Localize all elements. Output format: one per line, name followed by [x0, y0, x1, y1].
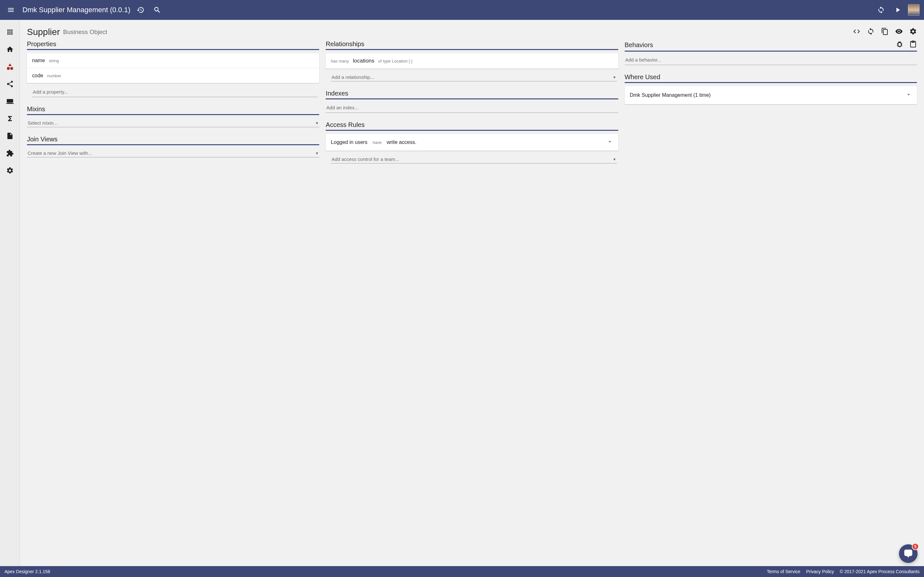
app-title: Dmk Supplier Management (0.0.1) — [23, 6, 130, 14]
bug-icon — [896, 40, 903, 48]
property-row[interactable]: code number — [27, 68, 319, 83]
footer: Apex Designer 2.1.156 Terms of Service P… — [0, 566, 924, 577]
sync-icon — [867, 27, 875, 35]
rule-subject: Logged in users — [331, 139, 367, 145]
where-used-label: Dmk Supplier Management (1 time) — [630, 92, 711, 98]
section-heading: Where Used — [625, 73, 660, 81]
section-properties: Properties name string code number — [27, 40, 319, 97]
select-placeholder: Create a new Join View with... — [27, 150, 315, 156]
select-placeholder: Add a relationship... — [331, 74, 612, 80]
relationship-prefix: has many — [331, 59, 349, 63]
sync-icon — [877, 6, 885, 14]
app-bar: Dmk Supplier Management (0.0.1) — [0, 0, 924, 20]
refresh-button[interactable] — [875, 3, 887, 16]
expand-button[interactable] — [607, 139, 613, 146]
property-name: name — [32, 58, 45, 63]
gear-icon — [6, 167, 14, 174]
create-join-view[interactable]: Create a new Join View with... ▼ — [27, 148, 319, 157]
history-button[interactable] — [134, 3, 147, 16]
property-type: number — [47, 73, 61, 78]
section-heading: Join Views — [27, 135, 57, 143]
select-placeholder: Select mixin... — [27, 120, 315, 126]
run-button[interactable] — [891, 3, 904, 16]
select-placeholder: Add access control for a team... — [331, 156, 612, 162]
footer-privacy-link[interactable]: Privacy Policy — [806, 569, 834, 574]
chat-badge: 5 — [912, 543, 919, 550]
code-view-button[interactable] — [853, 27, 861, 37]
page-settings-button[interactable] — [909, 27, 917, 37]
user-avatar[interactable] — [908, 4, 919, 16]
sidebar-shapes[interactable] — [3, 60, 16, 73]
sigma-icon — [6, 115, 14, 122]
page-title: Supplier — [27, 27, 60, 37]
sidebar-devices[interactable] — [3, 95, 16, 108]
add-index-input[interactable] — [326, 103, 618, 113]
section-heading: Properties — [27, 40, 56, 48]
access-rule-row[interactable]: Logged in users have write access. — [326, 134, 618, 151]
chevron-down-icon — [607, 139, 613, 145]
section-behaviors: Behaviors — [625, 40, 917, 65]
rule-object: write access. — [387, 139, 416, 145]
sidebar-apps[interactable] — [3, 26, 16, 39]
footer-copyright: © 2017-2021 Apex Process Consultants — [840, 569, 919, 574]
chevron-down-icon — [905, 91, 912, 98]
extension-icon — [6, 149, 14, 157]
menu-icon — [7, 6, 15, 14]
sidebar-extensions[interactable] — [3, 147, 16, 160]
sidebar-functions[interactable] — [3, 112, 16, 125]
access-rules-list: Logged in users have write access. — [326, 134, 618, 151]
rule-verb: have — [373, 140, 381, 145]
home-icon — [6, 45, 14, 53]
section-join-views: Join Views Create a new Join View with..… — [27, 135, 319, 157]
chevron-down-icon: ▼ — [613, 157, 616, 161]
section-heading: Access Rules — [326, 121, 365, 129]
search-button[interactable] — [151, 3, 164, 16]
chat-button[interactable]: 5 — [899, 544, 918, 563]
search-icon — [153, 6, 161, 14]
chevron-down-icon: ▼ — [315, 121, 318, 125]
add-relationship[interactable]: Add a relationship... ▼ — [331, 73, 617, 81]
section-heading: Relationships — [326, 40, 364, 48]
copy-button[interactable] — [881, 27, 889, 37]
page-refresh-button[interactable] — [867, 27, 875, 37]
play-icon — [894, 6, 901, 14]
laptop-icon — [6, 97, 14, 105]
chevron-down-icon: ▼ — [613, 75, 616, 79]
add-behavior-input[interactable] — [625, 55, 917, 65]
relationship-name: locations — [353, 58, 375, 64]
share-icon — [6, 80, 14, 88]
section-access-rules: Access Rules Logged in users have write … — [326, 121, 618, 163]
sidebar-home[interactable] — [3, 43, 16, 56]
chevron-down-icon: ▼ — [315, 151, 318, 155]
relationship-row[interactable]: has many locations of type Location [ ] — [326, 53, 618, 69]
menu-button[interactable] — [5, 3, 17, 16]
main-content: Supplier Business Object — [20, 20, 924, 566]
add-access-control[interactable]: Add access control for a team... ▼ — [331, 155, 617, 163]
sidebar — [0, 20, 20, 566]
property-name: code — [32, 73, 43, 79]
expand-button[interactable] — [905, 91, 912, 99]
section-where-used: Where Used Dmk Supplier Management (1 ti… — [625, 73, 917, 104]
debug-button[interactable] — [896, 40, 903, 49]
eye-icon — [895, 27, 903, 35]
sidebar-share[interactable] — [3, 77, 16, 90]
footer-app-name: Apex Designer 2.1.156 — [5, 569, 50, 574]
sidebar-files[interactable] — [3, 129, 16, 142]
visibility-button[interactable] — [895, 27, 903, 37]
section-indexes: Indexes — [326, 90, 618, 113]
footer-terms-link[interactable]: Terms of Service — [767, 569, 800, 574]
add-property-input[interactable] — [32, 87, 318, 97]
gear-icon — [909, 27, 917, 35]
property-row[interactable]: name string — [27, 53, 319, 68]
property-type: string — [49, 58, 59, 63]
section-heading: Mixins — [27, 105, 45, 113]
page-subtitle: Business Object — [63, 29, 107, 35]
apps-icon — [6, 28, 14, 36]
where-used-item[interactable]: Dmk Supplier Management (1 time) — [625, 86, 917, 104]
sidebar-settings[interactable] — [3, 164, 16, 177]
paste-button[interactable] — [909, 40, 917, 49]
chat-icon — [903, 549, 913, 558]
relationship-suffix: of type Location [ ] — [378, 59, 412, 63]
file-icon — [6, 132, 14, 140]
select-mixin[interactable]: Select mixin... ▼ — [27, 118, 319, 127]
